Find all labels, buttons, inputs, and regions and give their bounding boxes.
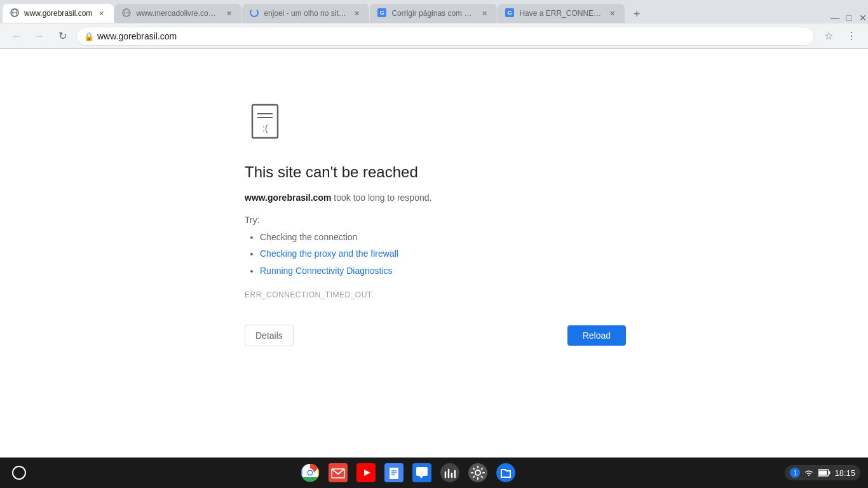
tab-enjoei[interactable]: enjoei - um olho no site, outro n ✕ bbox=[242, 4, 369, 23]
taskbar-right: 1 18:15 bbox=[785, 465, 860, 480]
taskbar-gmail-icon[interactable] bbox=[327, 461, 349, 484]
refresh-button[interactable]: ↻ bbox=[53, 27, 71, 45]
button-row: Details Reload bbox=[245, 325, 626, 346]
tab-5-label: Have a ERR_CONNECTION_TIM bbox=[519, 9, 603, 18]
tab-err-connection[interactable]: G Have a ERR_CONNECTION_TIM ✕ bbox=[498, 4, 625, 23]
tab-mercadolivre[interactable]: www.mercadolivre.com.br ✕ bbox=[114, 4, 241, 23]
svg-rect-30 bbox=[829, 471, 831, 475]
suggestion-3[interactable]: Running Connectivity Diagnostics bbox=[260, 264, 626, 278]
try-list: Checking the connection Checking the pro… bbox=[245, 230, 626, 278]
status-tray[interactable]: 1 18:15 bbox=[785, 465, 860, 480]
launcher-button[interactable] bbox=[8, 461, 31, 484]
tab-4-close[interactable]: ✕ bbox=[479, 8, 489, 18]
taskbar-settings-icon[interactable] bbox=[466, 461, 489, 484]
error-description-suffix: took too long to respond. bbox=[331, 193, 431, 203]
taskbar-left bbox=[8, 461, 31, 484]
tab-3-label: enjoei - um olho no site, outro n bbox=[264, 9, 348, 18]
taskbar-docs-icon[interactable] bbox=[383, 461, 405, 484]
taskbar-youtube-icon[interactable] bbox=[355, 461, 377, 484]
tab-corrigir[interactable]: G Corrigir páginas com a falha "A ✕ bbox=[370, 4, 497, 23]
svg-rect-31 bbox=[819, 471, 827, 475]
tab-1-close[interactable]: ✕ bbox=[96, 8, 106, 18]
tab-3-close[interactable]: ✕ bbox=[351, 8, 362, 18]
taskbar-analytics-icon[interactable] bbox=[438, 461, 461, 484]
taskbar: 1 18:15 bbox=[0, 458, 868, 488]
reload-button[interactable]: Reload bbox=[567, 325, 626, 346]
suggestion-2[interactable]: Checking the proxy and the firewall bbox=[260, 247, 626, 261]
tab-favicon-1 bbox=[10, 8, 20, 18]
close-button[interactable]: ✕ bbox=[858, 13, 868, 23]
try-label: Try: bbox=[245, 215, 626, 225]
svg-rect-25 bbox=[440, 463, 459, 482]
error-container: :( This site can't be reached www.gorebr… bbox=[245, 100, 626, 346]
url-input[interactable] bbox=[76, 27, 815, 46]
back-button[interactable]: ← bbox=[8, 27, 25, 45]
url-container: 🔒 bbox=[76, 27, 815, 46]
error-description: www.gorebrasil.com took too long to resp… bbox=[245, 191, 626, 205]
suggestion-2-link[interactable]: Checking the proxy and the firewall bbox=[260, 248, 398, 259]
error-domain: www.gorebrasil.com bbox=[245, 193, 331, 203]
tab-bar: www.gorebrasil.com ✕ www.mercadolivre.co… bbox=[0, 0, 868, 23]
error-title: This site can't be reached bbox=[245, 163, 626, 181]
taskbar-chat-icon[interactable] bbox=[410, 461, 433, 484]
svg-rect-28 bbox=[496, 463, 515, 482]
error-code: ERR_CONNECTION_TIMED_OUT bbox=[245, 290, 626, 299]
svg-point-14 bbox=[308, 471, 312, 475]
battery-icon bbox=[818, 469, 831, 477]
tab-favicon-5: G bbox=[505, 8, 515, 18]
details-button[interactable]: Details bbox=[245, 325, 294, 346]
suggestion-3-link[interactable]: Running Connectivity Diagnostics bbox=[260, 266, 393, 276]
notification-badge: 1 bbox=[790, 468, 800, 478]
svg-point-10 bbox=[13, 466, 25, 479]
menu-icon[interactable]: ⋮ bbox=[843, 27, 860, 45]
wifi-icon bbox=[804, 468, 814, 478]
tab-favicon-3 bbox=[250, 8, 260, 18]
suggestion-1-text: Checking the connection bbox=[260, 232, 357, 242]
taskbar-center bbox=[31, 461, 785, 484]
new-tab-button[interactable]: + bbox=[628, 5, 646, 23]
bookmark-icon[interactable]: ☆ bbox=[820, 27, 837, 45]
browser-chrome: www.gorebrasil.com ✕ www.mercadolivre.co… bbox=[0, 0, 868, 49]
tab-2-label: www.mercadolivre.com.br bbox=[136, 9, 220, 18]
tab-1-label: www.gorebrasil.com bbox=[24, 9, 92, 18]
tab-favicon-2 bbox=[122, 8, 132, 18]
clock: 18:15 bbox=[834, 468, 855, 478]
taskbar-chrome-icon[interactable] bbox=[299, 461, 322, 484]
page-content: :( This site can't be reached www.gorebr… bbox=[0, 49, 868, 438]
tab-4-label: Corrigir páginas com a falha "A bbox=[391, 9, 475, 18]
tab-5-close[interactable]: ✕ bbox=[607, 8, 617, 18]
address-bar: ← → ↻ 🔒 ☆ ⋮ bbox=[0, 23, 868, 48]
window-controls: ― □ ✕ bbox=[830, 13, 868, 23]
forward-button[interactable]: → bbox=[31, 27, 48, 45]
minimize-button[interactable]: ― bbox=[830, 13, 840, 23]
tab-gorebrasil[interactable]: www.gorebrasil.com ✕ bbox=[3, 4, 114, 23]
maximize-button[interactable]: □ bbox=[844, 13, 854, 23]
svg-rect-20 bbox=[390, 468, 398, 479]
taskbar-files-icon[interactable] bbox=[494, 461, 517, 484]
tab-favicon-4: G bbox=[377, 8, 388, 18]
suggestion-1: Checking the connection bbox=[260, 230, 626, 244]
error-icon: :( bbox=[245, 100, 626, 148]
tab-2-close[interactable]: ✕ bbox=[224, 8, 234, 18]
url-lock-icon: 🔒 bbox=[84, 31, 94, 41]
svg-text::(: :( bbox=[262, 123, 268, 133]
